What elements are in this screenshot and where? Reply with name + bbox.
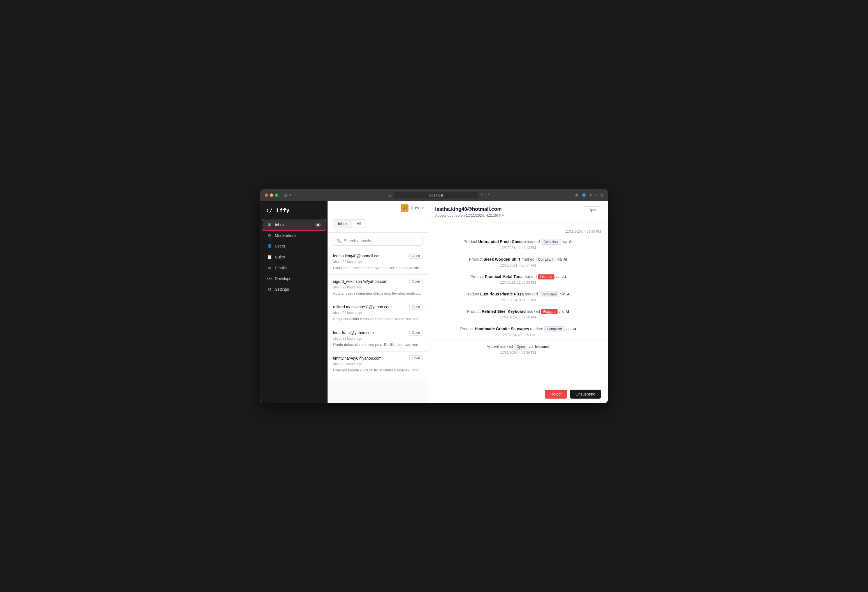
timeline-event-1: Product Sleek Wooden Shirt marked Compli… (428, 253, 608, 271)
chevron-down-icon[interactable]: ▾ (289, 193, 291, 197)
event-product: Practical Metal Tuna (485, 274, 523, 279)
timeline: 12/11/2024, 4:21:35 PM Product Unbranded… (428, 223, 608, 385)
appeal-time: about 22 hours ago (333, 286, 422, 289)
command-icon: ⌘ (575, 193, 579, 197)
detail-header: leatha.king40@hotmail.com Appeal opened … (428, 201, 608, 223)
share-icon[interactable]: ⬆ (589, 193, 593, 197)
tabs-icon[interactable]: ⧉ (601, 193, 603, 198)
users-icon: 👤 (267, 244, 272, 249)
event-via: AI (565, 309, 569, 314)
event-text-1: Product Sleek Wooden Shirt marked Compli… (435, 257, 601, 262)
appeal-item-1[interactable]: sigurd_wilkinson7@yahoo.com Open about 2… (328, 275, 428, 300)
appeal-item-3[interactable]: lora_frami@yahoo.com Open about 22 hours… (328, 326, 428, 351)
event-date-2: 12/5/2024, 11:59:33 PM (435, 281, 601, 284)
event-via-label: via (557, 257, 563, 262)
rules-icon: 📋 (267, 255, 272, 259)
event-status-pill: Open (514, 344, 527, 349)
event-via-label: via (566, 327, 572, 331)
event-date-1: 12/11/2024, 4:25:07 AM (435, 263, 601, 268)
tab-inbox[interactable]: Inbox (333, 219, 352, 228)
appeal-header: timmy.harvey0@yahoo.com Open (333, 355, 422, 361)
appeal-email: sigurd_wilkinson7@yahoo.com (333, 279, 387, 284)
settings-icon: ⚙ (267, 287, 272, 292)
appeal-header: milford.morissette98@yahoo.com Open (333, 304, 422, 310)
appeal-time: about 22 hours ago (333, 337, 422, 340)
appeal-item-4[interactable]: timmy.harvey0@yahoo.com Open about 22 ho… (328, 351, 428, 377)
sidebar-toggle-icon[interactable]: ⊡ (284, 193, 287, 197)
appeal-preview: Uredo delectatio colo comptus. Facilis a… (333, 342, 422, 347)
app-container: :/ iffy ✉ Inbox 9 ▤ Moderations 👤 Users … (260, 201, 608, 403)
appeal-header: sigurd_wilkinson7@yahoo.com Open (333, 279, 422, 284)
browser-window: ⊡ ▾ ‹ › ⊟ ↻ 🛡 ⌘ 🔷 ⬆ + ⧉ :/ iffy ✉ Inb (260, 189, 608, 403)
forward-button[interactable]: › (299, 192, 303, 198)
browser-titlebar: ⊡ ▾ ‹ › ⊟ ↻ 🛡 ⌘ 🔷 ⬆ + ⧉ (260, 189, 608, 201)
event-product: Luxurious Plastic Pizza (480, 292, 524, 296)
appeal-email: leatha.king40@hotmail.com (333, 254, 382, 258)
timeline-event-0: Product Unbranded Fresh Cheese marked Co… (428, 236, 608, 253)
detail-info: leatha.king40@hotmail.com Appeal opened … (435, 206, 505, 218)
detail-subtitle: Appeal opened on 12/11/2024, 4:21:36 PM (435, 213, 505, 218)
event-product: Refined Steel Keyboard (482, 309, 526, 314)
three-pane: 🦆 Duck ▾ Inbox All 🔍 (328, 201, 608, 403)
sidebar-item-moderations[interactable]: ▤ Moderations (263, 230, 325, 241)
user-dropdown-icon: ▾ (422, 206, 424, 210)
header-bar: 🦆 Duck ▾ (328, 201, 428, 215)
event-date-4: 12/11/2024, 1:59:50 PM (435, 315, 601, 319)
appeal-header: lora_frami@yahoo.com Open (333, 330, 422, 336)
extension-icon: 🔷 (582, 193, 586, 197)
sidebar-item-users[interactable]: 👤 Users (263, 241, 325, 252)
browser-right-controls: ⌘ 🔷 ⬆ + ⧉ (575, 193, 603, 198)
event-prefix: Product (467, 309, 481, 314)
user-name: Duck (411, 206, 420, 210)
browser-controls: ⊡ ▾ ‹ › (284, 192, 303, 198)
sidebar-item-label: Inbox (275, 223, 312, 227)
event-product: Unbranded Fresh Cheese (478, 239, 526, 244)
reader-icon: ⊟ (388, 193, 392, 197)
close-button[interactable] (265, 194, 268, 197)
sidebar-item-emails[interactable]: ✉ Emails (263, 263, 325, 273)
sidebar-item-settings[interactable]: ⚙ Settings (263, 284, 325, 295)
detail-status-badge: Open (585, 206, 601, 213)
event-prefix: Product (464, 239, 477, 244)
event-product: Sleek Wooden Shirt (484, 257, 520, 262)
new-tab-icon[interactable]: + (595, 193, 598, 197)
search-input[interactable] (344, 238, 419, 243)
reject-button[interactable]: Reject (545, 389, 567, 398)
appeal-preview: Consectetur testimonium tyrannus verto t… (333, 265, 422, 271)
appeal-email: milford.morissette98@yahoo.com (333, 305, 392, 309)
user-avatar: 🦆 (401, 204, 409, 212)
sidebar-item-inbox[interactable]: ✉ Inbox 9 (263, 219, 325, 230)
sidebar-item-developer[interactable]: </> Developer (263, 274, 325, 284)
emails-icon: ✉ (267, 265, 272, 271)
tabs-header: Inbox All (328, 215, 428, 232)
event-date-6: 12/11/2024, 4:21:36 PM (435, 351, 601, 355)
appeal-item-2[interactable]: milford.morissette98@yahoo.com Open abou… (328, 300, 428, 326)
event-text-2: Product Practical Metal Tuna marked Flag… (435, 274, 601, 280)
appeal-item-0[interactable]: leatha.king40@hotmail.com Open about 22 … (328, 249, 428, 275)
refresh-icon[interactable]: ↻ (480, 193, 484, 197)
back-button[interactable]: ‹ (293, 192, 297, 198)
appeal-header: leatha.king40@hotmail.com Open (333, 253, 422, 259)
event-mid: marked (525, 292, 539, 296)
unsuspend-button[interactable]: Unsuspend (570, 389, 601, 398)
tab-all[interactable]: All (352, 219, 366, 228)
detail-email: leatha.king40@hotmail.com (435, 206, 505, 212)
url-input[interactable] (394, 192, 478, 198)
event-date-0: 12/8/2024, 11:44:13 PM (435, 246, 601, 250)
sidebar-item-rules[interactable]: 📋 Rules (263, 252, 325, 262)
list-pane: 🦆 Duck ▾ Inbox All 🔍 (328, 201, 428, 403)
event-via-label: via (562, 239, 568, 244)
event-via: AI (569, 240, 573, 244)
event-prefix: Product (460, 327, 474, 331)
user-menu[interactable]: 🦆 Duck ▾ (401, 204, 424, 212)
timeline-event-3: Product Luxurious Plastic Pizza marked C… (428, 288, 608, 306)
maximize-button[interactable] (275, 194, 278, 197)
status-badge: Open (409, 355, 422, 361)
event-via: AI (562, 275, 566, 279)
inbox-badge: 9 (315, 223, 321, 227)
event-via: AI (573, 327, 576, 331)
minimize-button[interactable] (270, 194, 273, 197)
app-logo: :/ iffy (260, 201, 328, 218)
sidebar-item-label: Settings (275, 287, 321, 292)
sidebar-item-label: Users (275, 244, 321, 248)
